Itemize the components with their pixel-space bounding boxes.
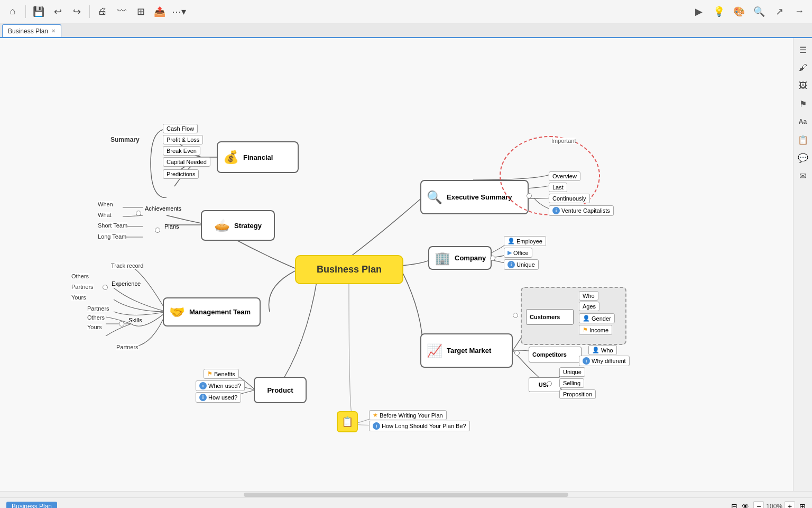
overview-leaf[interactable]: Overview bbox=[549, 171, 580, 181]
list-sidebar-btn[interactable]: ☰ bbox=[796, 42, 810, 57]
bottom-note-icon[interactable]: 📋 bbox=[337, 411, 358, 432]
zoom-out-btn[interactable]: − bbox=[753, 501, 764, 509]
when-used-icon: i bbox=[199, 382, 207, 389]
why-diff-leaf[interactable]: iWhy different bbox=[579, 356, 630, 366]
customers-node[interactable]: Customers bbox=[526, 309, 574, 325]
search-button[interactable]: 🔍 bbox=[751, 3, 768, 20]
when-leaf[interactable]: When bbox=[98, 201, 113, 207]
plans-circle bbox=[155, 228, 160, 233]
nav-button[interactable]: → bbox=[791, 3, 808, 20]
others-skills-leaf[interactable]: Others bbox=[87, 314, 105, 321]
selling-leaf[interactable]: Selling bbox=[559, 378, 584, 388]
competitors-label: Competitors bbox=[532, 351, 567, 358]
venture-capitalists-leaf[interactable]: i Venture Capitalists bbox=[549, 205, 614, 216]
fit-btn[interactable]: ⊞ bbox=[799, 502, 806, 509]
partners-skills-leaf[interactable]: Partners bbox=[87, 305, 109, 312]
usp-node[interactable]: USP bbox=[529, 377, 560, 392]
brush-sidebar-btn[interactable]: 🖌 bbox=[796, 60, 810, 75]
redo-button[interactable]: ↪ bbox=[68, 3, 85, 20]
who-comp-leaf[interactable]: 👤Who bbox=[588, 345, 617, 355]
competitors-node[interactable]: Competitors bbox=[529, 347, 582, 362]
partners2-leaf[interactable]: Partners bbox=[116, 344, 139, 350]
yours-exp-leaf[interactable]: Yours bbox=[71, 294, 86, 301]
plans-leaf[interactable]: Plans bbox=[161, 222, 182, 231]
tab-close-icon[interactable]: ✕ bbox=[51, 28, 56, 34]
mail-sidebar-btn[interactable]: ✉ bbox=[796, 168, 810, 183]
toolbar-right: ▶ 💡 🎨 🔍 ↗ → bbox=[690, 3, 808, 20]
layout-button[interactable]: ⊞ bbox=[132, 3, 149, 20]
zoom-in-btn[interactable]: + bbox=[785, 501, 795, 509]
chat-sidebar-btn[interactable]: 💬 bbox=[796, 150, 810, 165]
bulb-button[interactable]: 💡 bbox=[710, 3, 727, 20]
central-node[interactable]: Business Plan bbox=[295, 255, 403, 284]
skills-leaf[interactable]: Skills bbox=[125, 316, 145, 324]
management-team-node[interactable]: 🤝 Management Team bbox=[163, 297, 261, 326]
profit-loss-leaf[interactable]: Profit & Loss bbox=[163, 135, 203, 144]
share-button[interactable]: ↗ bbox=[771, 3, 788, 20]
unique-info-icon: i bbox=[508, 261, 515, 268]
target-label: Target Market bbox=[447, 347, 491, 355]
print-button[interactable]: 🖨 bbox=[94, 3, 111, 20]
others-exp-leaf[interactable]: Others bbox=[71, 273, 89, 279]
company-icon: 🏢 bbox=[435, 251, 450, 266]
how-long-leaf[interactable]: iHow Long Should Your Plan Be? bbox=[369, 421, 470, 431]
office-leaf[interactable]: ▶Office bbox=[504, 248, 532, 258]
how-long-icon: i bbox=[373, 422, 380, 430]
when-used-leaf[interactable]: iWhen used? bbox=[196, 380, 245, 391]
tab-business-plan[interactable]: Business Plan ✕ bbox=[2, 24, 61, 37]
yours-skills-leaf[interactable]: Yours bbox=[87, 324, 102, 330]
long-team-leaf[interactable]: Long Team bbox=[98, 233, 126, 240]
filter-btn[interactable]: ⊟ bbox=[731, 502, 737, 509]
financial-label: Financial bbox=[243, 153, 273, 161]
last-leaf[interactable]: Last bbox=[549, 183, 567, 192]
font-sidebar-btn[interactable]: Aa bbox=[796, 114, 810, 129]
capital-needed-leaf[interactable]: Capital Needed bbox=[163, 157, 210, 167]
financial-node[interactable]: 💰 Financial bbox=[217, 141, 299, 173]
income-leaf[interactable]: ⚑Income bbox=[579, 325, 612, 335]
export-button[interactable]: 📤 bbox=[151, 3, 168, 20]
scroll-thumb[interactable] bbox=[244, 493, 568, 497]
employee-icon: 👤 bbox=[508, 238, 515, 244]
what-leaf[interactable]: What bbox=[98, 212, 112, 218]
strategy-node[interactable]: 🥧 Strategy bbox=[201, 210, 275, 241]
break-even-leaf[interactable]: Break Even bbox=[163, 146, 200, 156]
cash-flow-leaf[interactable]: Cash Flow bbox=[163, 124, 198, 133]
style-button[interactable]: 〰 bbox=[113, 3, 130, 20]
employee-leaf[interactable]: 👤Employee bbox=[504, 236, 546, 246]
company-node[interactable]: 🏢 Company bbox=[428, 246, 492, 270]
more-button[interactable]: ⋯▾ bbox=[170, 3, 187, 20]
canvas[interactable]: Business Plan 💰 Financial Summary Cash F… bbox=[0, 38, 793, 491]
sheet-tab[interactable]: Business Plan bbox=[6, 502, 57, 509]
who-cust-leaf[interactable]: Who bbox=[579, 291, 598, 301]
note-sidebar-btn[interactable]: 📋 bbox=[796, 132, 810, 147]
image-sidebar-btn[interactable]: 🖼 bbox=[796, 78, 810, 93]
bottombar: Business Plan ⊟ 👁 − 100% + ⊞ bbox=[0, 497, 812, 508]
unique-usp-leaf[interactable]: Unique bbox=[559, 367, 585, 377]
benefits-leaf[interactable]: ⚑Benefits bbox=[204, 369, 239, 379]
unique-leaf[interactable]: iUnique bbox=[504, 259, 539, 270]
target-icon: 📈 bbox=[427, 343, 442, 358]
short-team-leaf[interactable]: Short Team bbox=[98, 222, 127, 229]
achievements-leaf[interactable]: Achievements bbox=[142, 204, 184, 213]
before-writing-leaf[interactable]: ★Before Writing Your Plan bbox=[369, 410, 447, 420]
gender-leaf[interactable]: 👤Gender bbox=[579, 313, 615, 323]
theme-button[interactable]: 🎨 bbox=[731, 3, 748, 20]
h-scrollbar[interactable] bbox=[0, 491, 812, 497]
view-btn[interactable]: 👁 bbox=[742, 502, 749, 509]
achievements-circle bbox=[136, 211, 141, 216]
target-market-node[interactable]: 📈 Target Market bbox=[420, 333, 513, 368]
save-button[interactable]: 💾 bbox=[30, 3, 47, 20]
partners-exp-leaf[interactable]: Partners bbox=[71, 284, 94, 290]
predictions-leaf[interactable]: Predictions bbox=[163, 169, 199, 179]
continuously-leaf[interactable]: Continuously bbox=[549, 194, 590, 203]
tabbar: Business Plan ✕ bbox=[0, 23, 812, 38]
how-used-leaf[interactable]: iHow used? bbox=[196, 392, 241, 403]
product-node[interactable]: Product bbox=[254, 377, 307, 403]
flag-sidebar-btn[interactable]: ⚑ bbox=[796, 96, 810, 111]
home-button[interactable]: ⌂ bbox=[4, 3, 21, 20]
proposition-leaf[interactable]: Proposition bbox=[559, 389, 596, 399]
experience-leaf[interactable]: Experience bbox=[108, 279, 144, 288]
ages-leaf[interactable]: Ages bbox=[579, 302, 599, 311]
undo-button[interactable]: ↩ bbox=[49, 3, 66, 20]
present-button[interactable]: ▶ bbox=[690, 3, 707, 20]
